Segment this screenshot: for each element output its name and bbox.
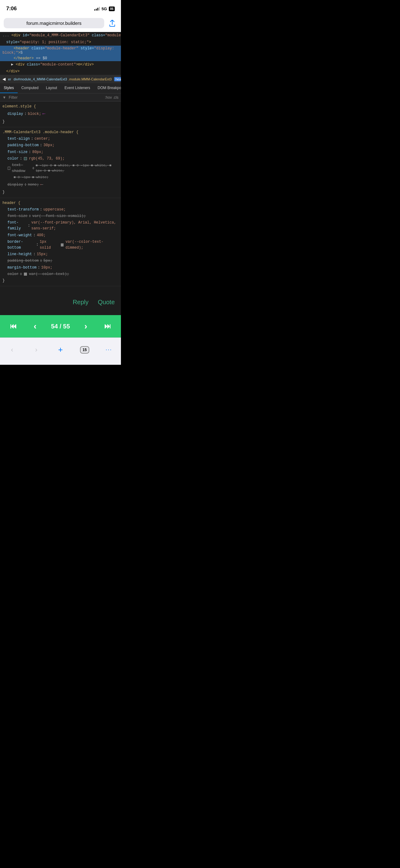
- css-property: color: [7, 156, 19, 162]
- tabs-button[interactable]: 15: [78, 343, 92, 357]
- filter-pseudo-options[interactable]: :hov .cls: [105, 95, 119, 100]
- css-property: font-size: [7, 149, 28, 155]
- filter-icon: ▼: [2, 95, 6, 100]
- breadcrumb-item-active[interactable]: header.m: [114, 77, 121, 81]
- color-swatch-icon: [61, 243, 64, 247]
- css-value: center;: [34, 136, 50, 142]
- share-button[interactable]: [107, 18, 117, 28]
- css-property: margin-bottom: [7, 265, 37, 271]
- status-time: 7:06: [6, 6, 17, 12]
- menu-button[interactable]: ···: [102, 343, 116, 357]
- css-value: uppercase;: [43, 207, 66, 213]
- signal-bars-icon: [94, 7, 100, 10]
- home-indicator: [40, 367, 81, 369]
- css-property: line-height: [7, 251, 32, 257]
- pagination-bar: ⏮ ‹ 54 / 55 › ⏭: [0, 315, 121, 337]
- back-button[interactable]: ‹: [5, 343, 19, 357]
- tab-dom-breakpoints[interactable]: DOM Breakpoints: [94, 83, 121, 93]
- css-selector: element.style {: [2, 104, 36, 110]
- dom-line: ▶ <div class="module-content">⊡</div>: [0, 61, 121, 68]
- status-bar: 7:06 5G 86: [0, 0, 121, 16]
- safari-toolbar: ‹ › + 15 ···: [0, 337, 121, 365]
- css-selector: header {: [2, 200, 21, 206]
- css-value: var(--font-primary), Arial, Helvetica, s…: [31, 220, 119, 231]
- quote-button[interactable]: Quote: [98, 299, 115, 306]
- devtools-panel: ... <div id="module_4_MMM-CalendarExt3" …: [0, 32, 121, 337]
- property-checkbox[interactable]: [8, 167, 10, 170]
- css-value: 400;: [37, 232, 45, 239]
- css-property: border-bottom: [7, 239, 35, 251]
- prev-page-button[interactable]: ‹: [31, 320, 39, 333]
- dom-line: style="opacity: 1; position: static;">: [0, 39, 121, 45]
- color-swatch-icon: [24, 273, 27, 276]
- css-close-brace: }: [2, 278, 5, 284]
- css-value: block;: [28, 111, 41, 117]
- status-icons: 5G 86: [94, 6, 115, 11]
- css-value: 30px;: [43, 143, 55, 148]
- css-value: 5px;: [43, 258, 53, 264]
- breadcrumb-item[interactable]: .module.MMM-CalendarExt3: [68, 77, 112, 81]
- page-indicator: 54 / 55: [51, 323, 70, 330]
- css-block-header: header { text-transform: uppercase; font…: [0, 198, 121, 286]
- reply-button[interactable]: Reply: [72, 299, 88, 306]
- css-value: ■ -1px 0 ■ white, ■ 0 -1px ■ white, ■ 1p…: [36, 163, 119, 174]
- tab-styles[interactable]: Styles: [0, 83, 18, 93]
- css-property: font-size: [7, 213, 28, 219]
- tab-event-listeners[interactable]: Event Listeners: [61, 83, 94, 93]
- css-property: padding-bottom: [7, 143, 39, 148]
- css-value: 10px;: [41, 265, 53, 271]
- css-value: ■ 0 -1px ■ white;: [14, 175, 48, 180]
- css-value: var(--font-size-xsmall);: [32, 213, 86, 219]
- dom-inspector: ... <div id="module_4_MMM-CalendarExt3" …: [0, 32, 121, 75]
- dom-line: ... <div id="module_4_MMM-CalendarExt3" …: [0, 32, 121, 39]
- css-close-brace: }: [2, 189, 5, 195]
- devtools-tabs: Styles Computed Layout Event Listeners D…: [0, 83, 121, 93]
- css-block-element-style: element.style { display : block; ← }: [0, 101, 121, 127]
- css-property: text-shadow: [12, 162, 31, 174]
- tab-layout[interactable]: Layout: [42, 83, 61, 93]
- css-property: font-family: [7, 220, 27, 231]
- css-property: display: [7, 182, 23, 188]
- css-property: color: [7, 271, 19, 277]
- css-value: 1px solid: [40, 239, 59, 251]
- dom-line-highlighted: </header> == $0: [0, 56, 121, 61]
- color-swatch-icon: [24, 157, 27, 160]
- css-value: 15px;: [37, 251, 48, 257]
- tab-computed[interactable]: Computed: [18, 83, 42, 93]
- new-tab-button[interactable]: +: [54, 343, 67, 357]
- css-property: display: [7, 111, 23, 117]
- breadcrumb-item[interactable]: div#module_4_MMM-CalendarExt3: [14, 77, 67, 81]
- url-field[interactable]: forum.magicmirror.builders: [4, 18, 104, 28]
- forward-button[interactable]: ›: [29, 343, 43, 357]
- tabs-count-badge: 15: [80, 346, 89, 353]
- url-bar: forum.magicmirror.builders: [0, 16, 121, 32]
- css-value: var(--color-text);: [29, 271, 69, 277]
- css-value: 80px;: [32, 149, 43, 155]
- annotation-arrow-red: ←: [40, 181, 43, 189]
- dom-line-highlighted: <header class="module-header" style="dis…: [0, 45, 121, 56]
- annotation-arrow-left: ←: [42, 110, 45, 118]
- battery-indicator: 86: [109, 6, 115, 11]
- next-page-button[interactable]: ›: [82, 320, 90, 333]
- filter-bar: ▼ Filter :hov .cls: [0, 93, 121, 101]
- post-actions-area: Reply Quote: [0, 286, 121, 312]
- filter-input[interactable]: Filter: [9, 95, 18, 100]
- css-panel: element.style { display : block; ← } .MM…: [0, 101, 121, 286]
- css-selector: .MMM-CalendarExt3 .module-header {: [2, 129, 78, 135]
- last-page-button[interactable]: ⏭: [102, 321, 113, 332]
- css-property: text-transform: [7, 207, 39, 213]
- css-property: padding-bottom: [7, 258, 39, 264]
- css-property: text-align: [7, 136, 30, 142]
- breadcrumb-bar: ◀ er div#module_4_MMM-CalendarExt3 .modu…: [0, 75, 121, 83]
- first-page-button[interactable]: ⏮: [7, 321, 19, 332]
- breadcrumb-item[interactable]: er: [8, 77, 11, 81]
- css-value: rgb(45, 73, 69);: [29, 156, 65, 162]
- css-property: font-weight: [7, 232, 32, 239]
- css-value: none;: [28, 182, 39, 188]
- css-close-brace: }: [2, 119, 5, 125]
- dom-line: </div>: [0, 68, 121, 75]
- css-block-calendar-header: .MMM-CalendarExt3 .module-header { text-…: [0, 127, 121, 198]
- css-value: var(--color-text-dimmed);: [65, 239, 119, 251]
- breadcrumb-back-icon[interactable]: ◀: [2, 77, 6, 81]
- network-type: 5G: [102, 6, 107, 11]
